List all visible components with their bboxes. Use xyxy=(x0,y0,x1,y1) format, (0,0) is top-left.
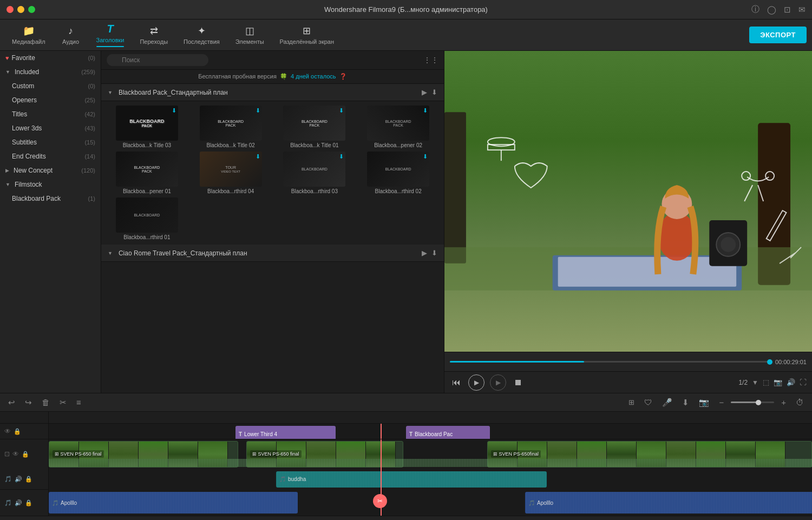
help-icon[interactable]: ❓ xyxy=(339,73,347,80)
zoom-slider[interactable] xyxy=(731,401,774,403)
sidebar-item-openers[interactable]: Openers (25) xyxy=(0,93,101,107)
search-input[interactable] xyxy=(107,54,208,66)
undo-button[interactable]: ↩ xyxy=(5,396,18,409)
info-icon[interactable]: ⓘ xyxy=(751,4,759,15)
download-tl-button[interactable]: ⬇ xyxy=(679,396,692,409)
sidebar-item-subtitles[interactable]: Subtitles (15) xyxy=(0,135,101,149)
thumb-image: TOURVIDEO TEXT ⬇ xyxy=(200,152,262,187)
lock-icon[interactable]: 🔒 xyxy=(14,428,21,435)
toolbar-effects[interactable]: ✦ Последствия xyxy=(177,23,226,47)
prev-frame-button[interactable]: ⏮ xyxy=(450,376,463,390)
window-controls[interactable] xyxy=(6,6,35,13)
thumb-image: BLACKBOARDPACK ⬇ xyxy=(200,106,262,141)
toolbar-titles[interactable]: T Заголовки xyxy=(90,21,131,49)
blackboard-title-clip[interactable]: T Blackboard Pac xyxy=(406,426,490,439)
title-track-controls: 👁 🔒 xyxy=(0,424,49,439)
cart-icon[interactable]: ⊡ xyxy=(784,5,791,15)
shield-button[interactable]: 🛡 xyxy=(641,396,655,409)
sidebar-lower3ds-label: Lower 3ds xyxy=(12,124,42,132)
lock-icon-audio2[interactable]: 🔒 xyxy=(25,499,32,506)
user-icon[interactable]: ◯ xyxy=(767,5,776,15)
maximize-button[interactable] xyxy=(28,6,35,13)
redo-button[interactable]: ↪ xyxy=(22,396,35,409)
thumb-item[interactable]: BLACKBOARD ⬇ Blackboa...rthird 03 xyxy=(274,152,355,194)
list-button[interactable]: ≡ xyxy=(74,396,84,409)
pack1-play-icon[interactable]: ▶ xyxy=(422,88,427,96)
lock-icon-video[interactable]: 🔒 xyxy=(22,451,29,458)
sidebar-group-newconcept[interactable]: ▶ New Concept (120) xyxy=(0,163,101,177)
zoom-in-button[interactable]: + xyxy=(778,396,789,409)
pack2-play-icon[interactable]: ▶ xyxy=(422,249,427,257)
svg-rect-12 xyxy=(767,210,787,241)
sidebar-filmstock-label: Filmstock xyxy=(15,181,42,188)
thumb-item[interactable]: BLACKBOARD PACK ⬇ Blackboa...k Title 03 xyxy=(107,106,187,148)
video-clip-label3: ⊞ SVEN PS-650final xyxy=(491,450,541,458)
thumb-item[interactable]: TOURVIDEO TEXT ⬇ Blackboa...rthird 04 xyxy=(191,152,271,194)
dropdown-arrow-icon[interactable]: ▼ xyxy=(752,379,758,386)
thumb-image: BLACKBOARDPACK ⬇ xyxy=(367,106,429,141)
preview-progress-bar[interactable]: 00:00:29:01 xyxy=(444,352,812,371)
close-button[interactable] xyxy=(6,6,14,13)
cut-button[interactable]: ✂ xyxy=(57,396,69,409)
screen-icon[interactable]: ⬚ xyxy=(763,378,769,386)
mail-icon[interactable]: ✉ xyxy=(798,5,806,15)
thumb-item[interactable]: BLACKBOARDPACK ⬇ Blackboa...pener 02 xyxy=(358,106,438,148)
toolbar-audio[interactable]: ♪ Аудио xyxy=(55,23,87,47)
pack1-header[interactable]: ▼ Blackboard Pack_Стандартный план ▶ ⬇ xyxy=(101,84,444,101)
apolllo-clip-1[interactable]: 🎵 Apolllo xyxy=(49,492,298,514)
lock-icon-audio1[interactable]: 🔒 xyxy=(25,476,32,483)
delete-button[interactable]: 🗑 xyxy=(39,396,53,409)
sidebar-openers-label: Openers xyxy=(12,96,37,104)
toolbar-elements[interactable]: ◫ Элементы xyxy=(229,23,271,47)
thumb-item[interactable]: BLACKBOARD ⬇ Blackboa...rthird 02 xyxy=(358,152,438,194)
play-button[interactable]: ▶ xyxy=(468,374,484,391)
thumb-item[interactable]: BLACKBOARDPACK ⬇ Blackboa...k Title 01 xyxy=(274,106,355,148)
stop-button[interactable]: ⏹ xyxy=(512,376,525,390)
thumb-item[interactable]: BLACKBOARD Blackboa...rthird 01 xyxy=(107,198,187,240)
pack1-download-icon[interactable]: ⬇ xyxy=(431,88,437,96)
zoom-out-button[interactable]: − xyxy=(716,396,726,409)
sidebar-item-blackboardpack[interactable]: Blackboard Pack (1) xyxy=(0,192,101,206)
lower-third-clip[interactable]: T Lower Third 4 xyxy=(235,426,336,439)
sidebar-item-lower3ds[interactable]: Lower 3ds (43) xyxy=(0,121,101,135)
export-button[interactable]: ЭКСПОРТ xyxy=(749,27,807,43)
sidebar-item-favorite[interactable]: ♥ Favorite (0) xyxy=(0,51,101,65)
zoom-dot xyxy=(756,400,761,405)
sidebar-group-included[interactable]: ▼ Included (259) xyxy=(0,65,101,79)
buddha-clip[interactable]: 🎵 buddha xyxy=(276,471,547,488)
camera-icon[interactable]: 📷 xyxy=(774,378,782,386)
pack2-header[interactable]: ▼ Ciao Rome Travel Pack_Стандартный план… xyxy=(101,245,444,262)
grid-icon[interactable]: ⋮⋮ xyxy=(423,56,438,64)
toolbar-transitions[interactable]: ⇄ Переходы xyxy=(133,23,174,47)
camera-tl-button[interactable]: 📷 xyxy=(696,396,712,409)
apolllo-clip-2[interactable]: 🎵 Apolllo xyxy=(525,492,812,514)
sidebar-group-filmstock[interactable]: ▼ Filmstock xyxy=(0,177,101,192)
volume-icon-audio2[interactable]: 🔊 xyxy=(15,499,22,506)
svg-point-10 xyxy=(742,172,750,180)
minimize-button[interactable] xyxy=(17,6,24,13)
mic-button[interactable]: 🎤 xyxy=(659,396,675,409)
volume-icon-audio1[interactable]: 🔊 xyxy=(15,476,22,483)
music-icon-2: 🎵 xyxy=(4,499,12,506)
eye-icon-video[interactable]: 👁 xyxy=(12,450,19,458)
progress-wrapper[interactable] xyxy=(450,361,770,363)
thumb-item[interactable]: BLACKBOARDPACK Blackboa...pener 01 xyxy=(107,152,187,194)
sidebar-item-titles[interactable]: Titles (42) xyxy=(0,107,101,121)
svg-rect-13 xyxy=(488,144,515,150)
pack2-download-icon[interactable]: ⬇ xyxy=(431,249,437,257)
filter-button[interactable]: ⊞ xyxy=(626,397,637,408)
toolbar-media[interactable]: 📁 Медиафайл xyxy=(5,23,52,47)
timeline-scrollbar[interactable] xyxy=(0,516,812,520)
titles-icon: T xyxy=(107,23,113,35)
sidebar-item-custom[interactable]: Custom (0) xyxy=(0,79,101,93)
audio1-track-controls: 🎵 🔊 🔒 xyxy=(0,469,49,489)
sidebar-item-endcredits[interactable]: End Credits (14) xyxy=(0,149,101,163)
clock-button[interactable]: ⏱ xyxy=(793,396,807,409)
fullscreen-icon[interactable]: ⛶ xyxy=(800,378,807,386)
play-alt-button[interactable]: ▶ xyxy=(490,374,506,391)
thumb-item[interactable]: BLACKBOARDPACK ⬇ Blackboa...k Title 02 xyxy=(191,106,271,148)
toolbar-splitscreen[interactable]: ⊞ Разделённый экран xyxy=(273,23,340,47)
video-clip-label2: ⊞ SVEN PS-650 final xyxy=(250,450,302,458)
eye-icon[interactable]: 👁 xyxy=(4,427,11,435)
volume-icon[interactable]: 🔊 xyxy=(787,378,795,386)
